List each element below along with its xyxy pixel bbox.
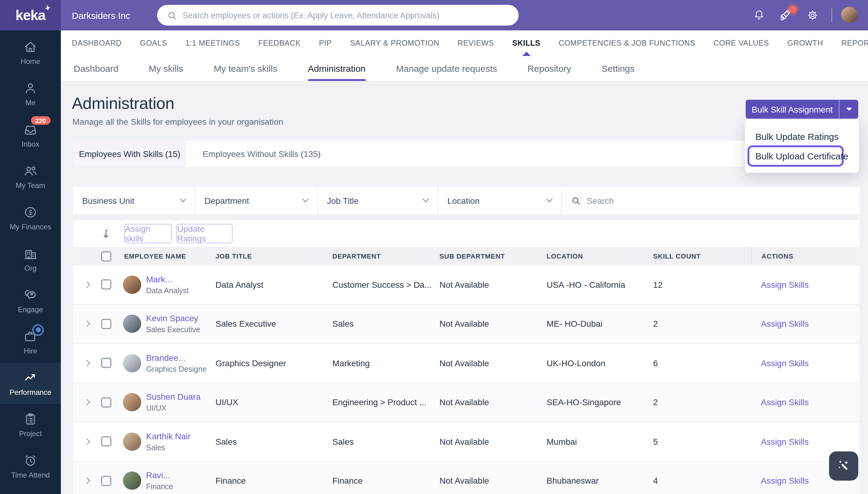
column-department[interactable]: DEPARTMENT — [332, 252, 440, 260]
sub-department-cell: Not Available — [440, 319, 547, 329]
row-checkbox[interactable] — [101, 437, 111, 447]
tab-employees-with-skills[interactable]: Employees With Skills (15) — [73, 140, 186, 167]
logo-block: keka — [0, 0, 61, 31]
assign-skills-link[interactable]: Assign Skills — [761, 476, 809, 486]
employee-avatar — [123, 433, 141, 451]
column-skill-count[interactable]: SKILL COUNT — [653, 252, 751, 260]
bell-icon[interactable] — [752, 8, 766, 22]
assign-skills-link[interactable]: Assign Skills — [761, 319, 809, 329]
sub-nav-dashboard[interactable]: Dashboard — [74, 56, 118, 81]
row-checkbox[interactable] — [101, 397, 111, 407]
sub-nav-my-teams-skills[interactable]: My team's skills — [214, 56, 277, 81]
sub-nav-repository[interactable]: Repository — [528, 56, 571, 81]
assign-skills-link[interactable]: Assign Skills — [761, 358, 809, 368]
profile-avatar[interactable] — [841, 7, 858, 23]
sidebar-item-my-team[interactable]: My Team — [0, 156, 61, 197]
main-nav-skills[interactable]: SKILLS — [512, 31, 540, 56]
sidebar-item-hire[interactable]: Hire — [0, 321, 61, 363]
filter-department[interactable]: Department — [196, 187, 318, 214]
employee-name-link[interactable]: Brandee... — [146, 353, 185, 363]
ai-assistant-fab[interactable] — [829, 451, 858, 481]
employee-name-link[interactable]: Ravi... — [146, 471, 170, 480]
sort-icon[interactable] — [101, 228, 111, 239]
keka-logo[interactable]: keka — [16, 8, 45, 22]
building-icon — [23, 246, 38, 261]
employee-name-link[interactable]: Kevin Spacey — [146, 314, 198, 323]
row-expand-icon[interactable] — [87, 477, 91, 484]
sub-nav-manage-update-requests[interactable]: Manage update requests — [396, 56, 497, 81]
assign-skills-link[interactable]: Assign Skills — [761, 437, 809, 446]
menu-item-bulk-upload-certificate-highlight[interactable]: Bulk Upload Certificate — [747, 146, 844, 167]
employee-subtitle: Finance — [146, 483, 173, 491]
gear-icon[interactable] — [806, 8, 819, 22]
chevron-down-icon — [180, 198, 186, 203]
main-nav-11-meetings[interactable]: 1:1 MEETINGS — [185, 31, 240, 56]
row-expand-icon[interactable] — [87, 438, 91, 445]
department-cell: Marketing — [332, 358, 440, 368]
sub-nav-settings[interactable]: Settings — [602, 56, 634, 81]
sidebar-item-my-finances[interactable]: $ My Finances — [0, 197, 61, 239]
sidebar-item-org[interactable]: Org — [0, 239, 61, 280]
table-row: Kevin Spacey Sales Executive Sales Execu… — [73, 304, 860, 344]
employee-avatar — [123, 472, 141, 490]
sidebar-item-engage[interactable]: Engage — [0, 280, 61, 321]
row-expand-icon[interactable] — [87, 320, 91, 328]
row-checkbox[interactable] — [101, 476, 111, 486]
column-sub-department[interactable]: SUB DEPARTMENT — [440, 252, 547, 260]
row-checkbox[interactable] — [101, 358, 111, 368]
table-search-input[interactable]: Search — [562, 187, 860, 214]
assign-skills-button[interactable]: Assign skills — [124, 224, 172, 243]
main-nav-reports[interactable]: REPORTS — [841, 31, 868, 56]
bulk-skill-assignment-button[interactable]: Bulk Skill Assignment — [746, 100, 858, 119]
team-icon — [23, 163, 38, 178]
column-job-title[interactable]: JOB TITLE — [216, 252, 332, 260]
main-nav-growth[interactable]: GROWTH — [787, 31, 823, 56]
sidebar-item-home[interactable]: Home — [0, 32, 61, 73]
main-nav-pip[interactable]: PIP — [319, 31, 332, 56]
filter-business-unit[interactable]: Business Unit — [73, 187, 196, 214]
bulk-dropdown-toggle[interactable] — [839, 100, 858, 119]
column-employee-name[interactable]: EMPLOYEE NAME — [123, 252, 216, 260]
column-actions[interactable]: ACTIONS — [751, 247, 860, 265]
select-all-checkbox[interactable] — [101, 251, 111, 261]
update-ratings-button[interactable]: Update Ratings — [177, 224, 233, 243]
company-name: Darksiders Inc — [72, 0, 130, 31]
sidebar-item-me[interactable]: Me — [0, 73, 61, 114]
row-expand-icon[interactable] — [87, 360, 91, 367]
employee-name-link[interactable]: Karthik Nair — [146, 431, 190, 441]
row-checkbox[interactable] — [101, 319, 111, 329]
location-cell: Bhubaneswar — [547, 476, 653, 486]
main-nav-core-values[interactable]: CORE VALUES — [714, 31, 769, 56]
assign-skills-link[interactable]: Assign Skills — [761, 280, 809, 290]
assign-skills-link[interactable]: Assign Skills — [761, 398, 809, 407]
row-checkbox[interactable] — [101, 280, 111, 290]
global-search-input[interactable]: Search employees or actions (Ex: Apply L… — [157, 5, 519, 25]
menu-item-bulk-upload-certificate[interactable]: Bulk Upload Certificate — [755, 151, 848, 161]
filter-job-title[interactable]: Job Title — [318, 187, 438, 214]
sidebar-item-inbox[interactable]: 220 Inbox — [0, 114, 61, 156]
row-expand-icon[interactable] — [87, 399, 91, 406]
sidebar-item-project[interactable]: Project — [0, 404, 61, 445]
bulk-skill-assignment-label[interactable]: Bulk Skill Assignment — [746, 100, 839, 119]
inbox-count-badge: 220 — [31, 116, 50, 125]
main-nav-salary-promotion[interactable]: SALARY & PROMOTION — [350, 31, 439, 56]
tab-employees-without-skills[interactable]: Employees Without Skills (135) — [186, 140, 337, 167]
main-nav-competencies[interactable]: COMPETENCIES & JOB FUNCTIONS — [558, 31, 695, 56]
employee-avatar — [123, 354, 141, 372]
main-nav-goals[interactable]: GOALS — [140, 31, 167, 56]
sidebar-item-performance[interactable]: Performance — [0, 363, 61, 404]
employee-name-link[interactable]: Mark... — [146, 274, 172, 284]
main-nav-feedback[interactable]: FEEDBACK — [258, 31, 301, 56]
menu-item-bulk-update-ratings[interactable]: Bulk Update Ratings — [755, 131, 839, 142]
row-expand-icon[interactable] — [87, 281, 91, 288]
filter-location[interactable]: Location — [438, 187, 562, 214]
column-location[interactable]: LOCATION — [547, 252, 653, 260]
main-nav-reviews[interactable]: REVIEWS — [458, 31, 494, 56]
sub-nav-administration[interactable]: Administration — [308, 56, 366, 81]
main-nav-dashboard[interactable]: DASHBOARD — [72, 31, 122, 56]
employee-name-link[interactable]: Sushen Duara — [146, 392, 201, 402]
employees-table-panel: Assign skills Update Ratings EMPLOYEE NA… — [73, 220, 860, 494]
employee-subtitle: Sales — [146, 443, 165, 452]
sub-nav-my-skills[interactable]: My skills — [149, 56, 183, 81]
sidebar-item-time-attend[interactable]: Time Attend — [0, 445, 61, 487]
